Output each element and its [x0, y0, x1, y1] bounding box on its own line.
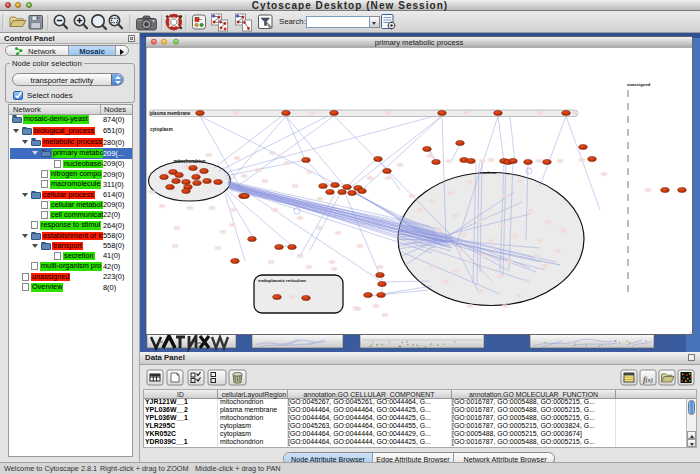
svg-text:primary metabolic process: primary metabolic process	[375, 38, 464, 47]
svg-text:plasma membrane: plasma membrane	[150, 111, 191, 116]
svg-text:mitochondrion: mitochondrion	[173, 159, 205, 164]
svg-text:unassigned: unassigned	[627, 82, 651, 87]
svg-text:f(x): f(x)	[643, 374, 653, 384]
svg-text:endoplasmic reticulum: endoplasmic reticulum	[258, 278, 306, 283]
svg-text:nucleus: nucleus	[480, 170, 497, 175]
svg-text:cytoplasm: cytoplasm	[150, 127, 173, 132]
